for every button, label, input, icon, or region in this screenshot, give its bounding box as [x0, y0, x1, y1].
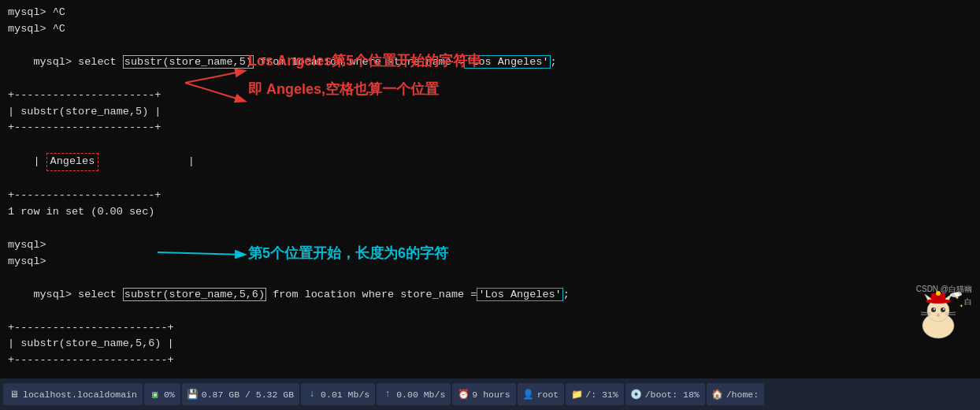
table2-border-top: +------------------------+ [8, 320, 972, 337]
taskbar-time[interactable]: ⏰ 9 hours [452, 383, 515, 405]
taskbar: 🖥 localhost.localdomain ▣ 0% 💾 0.87 GB /… [0, 378, 980, 410]
taskbar-user[interactable]: 👤 root [518, 383, 565, 405]
net-up-icon: ↑ [382, 389, 393, 400]
table1-header: | substr(store_name,5) | [8, 104, 972, 121]
terminal-line-11: mysql> [8, 237, 972, 254]
taskbar-cpu[interactable]: ▣ 0% [144, 383, 180, 405]
taskbar-net-down-label: 0.01 Mb/s [321, 390, 369, 400]
table1-border-top: +----------------------+ [8, 88, 972, 104]
terminal-line-2: mysql> ^C [8, 21, 972, 38]
terminal-line-12: mysql> [8, 254, 972, 270]
taskbar-disk-boot[interactable]: 💿 /boot: 18% [625, 383, 705, 405]
table1-border-mid: +----------------------+ [8, 120, 972, 136]
disk-icon: 💿 [631, 389, 642, 400]
user-icon: 👤 [523, 389, 534, 400]
func-highlight-2: substr(store_name,5,6) [123, 288, 266, 301]
terminal-line-1: mysql> ^C [8, 5, 972, 21]
net-down-icon: ↓ [306, 389, 317, 400]
taskbar-host-label: localhost.localdomain [23, 390, 137, 400]
taskbar-net-up-label: 0.00 Mb/s [396, 390, 445, 400]
terminal-line-13: mysql> select substr(store_name,5,6) fro… [8, 270, 972, 320]
taskbar-root-label: /: 31% [585, 390, 618, 400]
table1-row: | Angeles | [8, 136, 972, 188]
taskbar-net-down[interactable]: ↓ 0.01 Mb/s [301, 383, 375, 405]
folder-icon: 📁 [571, 389, 582, 400]
taskbar-memory-label: 0.87 GB / 5.32 GB [202, 390, 294, 400]
home-icon: 🏠 [712, 389, 723, 400]
taskbar-host[interactable]: 🖥 localhost.localdomain [3, 383, 143, 405]
taskbar-disk-root[interactable]: 📁 /: 31% [566, 383, 623, 405]
taskbar-cpu-label: 0% [164, 390, 175, 400]
table1-border-bot: +----------------------+ [8, 188, 972, 204]
string-highlight-1: 'Los Angeles' [464, 55, 550, 69]
taskbar-user-label: root [537, 390, 559, 400]
terminal-line-3: mysql> select substr(store_name,5) from … [8, 38, 972, 88]
taskbar-disk-home[interactable]: 🏠 /home: [707, 383, 764, 405]
taskbar-memory[interactable]: 💾 0.87 GB / 5.32 GB [182, 383, 299, 405]
table1-result: 1 row in set (0.00 sec) [8, 204, 972, 221]
string-highlight-2: 'Los Angeles' [477, 288, 562, 301]
terminal-window: mysql> ^C mysql> ^C mysql> select substr… [0, 0, 980, 378]
table2-border-mid: +------------------------+ [8, 352, 972, 369]
taskbar-home-label: /home: [726, 390, 759, 400]
table1-value: Angeles [46, 153, 99, 171]
taskbar-net-up[interactable]: ↑ 0.00 Mb/s [377, 383, 451, 405]
blank-1 [8, 221, 972, 237]
func-highlight-1: substr(store_name,5) [123, 55, 254, 69]
host-icon: 🖥 [9, 389, 20, 400]
table2-row: | Angele | [8, 369, 972, 378]
taskbar-time-label: 9 hours [472, 390, 510, 400]
taskbar-boot-label: /boot: 18% [645, 390, 700, 400]
cpu-icon: ▣ [150, 389, 161, 400]
time-icon: ⏰ [458, 389, 469, 400]
memory-icon: 💾 [187, 389, 199, 400]
table2-header: | substr(store_name,5,6) | [8, 336, 972, 352]
